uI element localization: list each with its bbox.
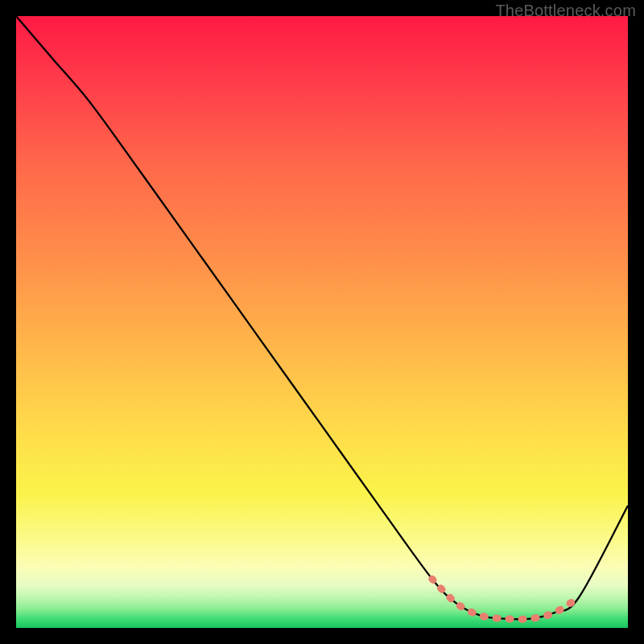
chart-plot-area xyxy=(16,16,628,628)
bottleneck-curve xyxy=(16,16,628,619)
watermark-text: TheBottleneck.com xyxy=(495,2,636,20)
trough-marker-dots xyxy=(432,579,579,619)
chart-curve-svg xyxy=(16,16,628,628)
chart-frame: TheBottleneck.com xyxy=(0,0,644,644)
